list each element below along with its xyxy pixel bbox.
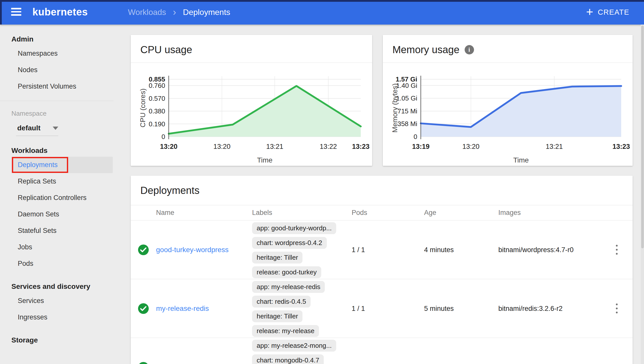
- sidebar-heading-services-and-discovery: Services and discovery: [11, 282, 124, 291]
- svg-text:13:23: 13:23: [612, 143, 630, 150]
- plus-icon: +: [586, 5, 593, 19]
- create-button[interactable]: + CREATE: [586, 0, 629, 25]
- svg-text:0.760: 0.760: [149, 82, 165, 89]
- sidebar-item-deployments[interactable]: Deployments: [11, 157, 113, 173]
- breadcrumb-current: Deployments: [183, 8, 230, 17]
- svg-text:Time: Time: [513, 156, 529, 164]
- svg-text:715 Mi: 715 Mi: [397, 107, 417, 115]
- scrollbar-thumb[interactable]: [641, 26, 644, 248]
- cpu-usage-chart: 0.8550.7600.5700.3800.190013:2013:2013:2…: [131, 63, 372, 166]
- label-chip: chart: wordpress-0.4.2: [252, 237, 327, 249]
- column-header-pods[interactable]: Pods: [352, 205, 367, 220]
- svg-text:358 Mi: 358 Mi: [397, 120, 417, 128]
- label-chip: heritage: Tiller: [252, 252, 302, 264]
- label-chip: chart: mongodb-0.4.7: [252, 354, 324, 364]
- sidebar-item-pods[interactable]: Pods: [11, 255, 113, 272]
- table-row: app: my-release2-mong...chart: mongodb-0…: [131, 338, 633, 364]
- table-row: good-turkey-wordpressapp: good-turkey-wo…: [131, 220, 633, 279]
- sidebar-item-stateful-sets[interactable]: Stateful Sets: [11, 223, 113, 239]
- status-ok-icon: [138, 303, 149, 314]
- window-edge-left: [0, 0, 2, 25]
- deployments-table-title: Deployments: [140, 185, 199, 196]
- sidebar-item-replication-controllers[interactable]: Replication Controllers: [11, 190, 113, 206]
- sidebar-heading-workloads: Workloads: [11, 147, 124, 155]
- deployment-name-link[interactable]: good-turkey-wordpress: [156, 246, 229, 254]
- sidebar-heading-admin: Admin: [11, 35, 124, 43]
- table-row: my-release-redisapp: my-release-redischa…: [131, 279, 633, 338]
- labels-cell: app: my-release-redischart: redis-0.4.5h…: [252, 281, 325, 340]
- sidebar-item-nodes[interactable]: Nodes: [11, 62, 113, 78]
- label-chip: app: good-turkey-wordp...: [252, 222, 336, 234]
- namespace-label: Namespace: [11, 110, 124, 117]
- svg-text:13:20: 13:20: [213, 143, 231, 150]
- svg-text:13:21: 13:21: [546, 143, 563, 150]
- dropdown-caret-icon: [53, 127, 58, 130]
- memory-usage-chart: 1.57 Gi1.40 Gi1.05 Gi715 Mi358 Mi013:191…: [383, 63, 633, 166]
- sidebar-item-services[interactable]: Services: [11, 293, 113, 309]
- cpu-usage-card: CPU usage 0.8550.7600.5700.3800.190013:2…: [131, 35, 372, 166]
- sidebar-item-ingresses[interactable]: Ingresses: [11, 309, 113, 326]
- label-chip: app: my-release2-mong...: [252, 340, 336, 352]
- svg-text:1.40 Gi: 1.40 Gi: [396, 82, 417, 89]
- svg-text:0: 0: [162, 133, 165, 140]
- svg-text:13:23: 13:23: [352, 143, 369, 150]
- svg-text:0.190: 0.190: [149, 120, 165, 128]
- deployment-name-link[interactable]: my-release-redis: [156, 305, 209, 313]
- sidebar-item-jobs[interactable]: Jobs: [11, 239, 113, 255]
- age-cell: 4 minutes: [424, 246, 454, 254]
- pods-cell: 1 / 1: [352, 246, 365, 254]
- svg-text:0.380: 0.380: [149, 107, 165, 115]
- create-label: CREATE: [598, 8, 629, 16]
- breadcrumb: Workloads › Deployments: [128, 0, 230, 25]
- pods-cell: 1 / 1: [352, 305, 365, 312]
- info-icon[interactable]: i: [465, 45, 474, 54]
- table-body: good-turkey-wordpressapp: good-turkey-wo…: [131, 220, 633, 364]
- status-ok-icon: [138, 362, 149, 364]
- label-chip: release: good-turkey: [252, 266, 321, 278]
- column-header-images[interactable]: Images: [498, 205, 521, 220]
- scrollbar-track[interactable]: [641, 25, 644, 364]
- namespace-select[interactable]: default: [16, 124, 58, 136]
- svg-text:13:20: 13:20: [160, 143, 177, 150]
- sidebar-item-replica-sets[interactable]: Replica Sets: [11, 173, 113, 190]
- memory-usage-chart-svg: 1.57 Gi1.40 Gi1.05 Gi715 Mi358 Mi013:191…: [383, 63, 633, 166]
- sidebar-item-persistent-volumes[interactable]: Persistent Volumes: [11, 78, 113, 95]
- status-ok-icon: [138, 244, 149, 255]
- svg-text:13:20: 13:20: [462, 143, 480, 150]
- chevron-right-icon: ›: [173, 7, 176, 17]
- memory-usage-card: Memory usage i 1.57 Gi1.40 Gi1.05 Gi715 …: [383, 35, 633, 166]
- annotation-red-box: [12, 157, 68, 173]
- age-cell: 5 minutes: [424, 305, 454, 312]
- label-chip: chart: redis-0.4.5: [252, 296, 311, 308]
- images-cell: bitnami/wordpress:4.7-r0: [498, 246, 574, 254]
- column-header-age[interactable]: Age: [424, 205, 436, 220]
- sidebar-item-namespaces[interactable]: Namespaces: [11, 45, 113, 62]
- app-header: kubernetes Workloads › Deployments + CRE…: [0, 0, 644, 25]
- sidebar-heading-storage: Storage: [11, 336, 124, 344]
- svg-text:0: 0: [414, 133, 417, 140]
- cpu-usage-chart-svg: 0.8550.7600.5700.3800.190013:2013:2013:2…: [131, 63, 372, 166]
- svg-text:Memory (bytes): Memory (bytes): [391, 83, 399, 132]
- table-header: NameLabelsPodsAgeImages: [131, 205, 633, 220]
- kebab-menu-icon[interactable]: [612, 300, 622, 317]
- breadcrumb-workloads[interactable]: Workloads: [128, 8, 166, 17]
- label-chip: app: my-release-redis: [252, 281, 325, 293]
- labels-cell: app: my-release2-mong...chart: mongodb-0…: [252, 340, 336, 364]
- svg-text:13:22: 13:22: [320, 143, 337, 150]
- app-logo[interactable]: kubernetes: [32, 0, 88, 25]
- column-header-labels[interactable]: Labels: [252, 205, 272, 220]
- cpu-chart-title: CPU usage: [140, 44, 192, 55]
- memory-chart-title: Memory usage: [392, 44, 460, 55]
- sidebar-divider: [0, 101, 113, 101]
- images-cell: bitnami/redis:3.2.6-r2: [498, 305, 563, 312]
- svg-text:Time: Time: [257, 156, 272, 164]
- column-header-name[interactable]: Name: [156, 205, 174, 220]
- deployments-card: Deployments NameLabelsPodsAgeImages good…: [131, 176, 633, 364]
- kebab-menu-icon[interactable]: [612, 241, 622, 259]
- svg-text:13:21: 13:21: [266, 143, 283, 150]
- svg-text:0.570: 0.570: [149, 95, 165, 102]
- menu-icon[interactable]: [11, 8, 21, 17]
- svg-text:CPU (cores): CPU (cores): [139, 88, 147, 127]
- sidebar-item-daemon-sets[interactable]: Daemon Sets: [11, 206, 113, 223]
- window-edge-top: [0, 0, 644, 2]
